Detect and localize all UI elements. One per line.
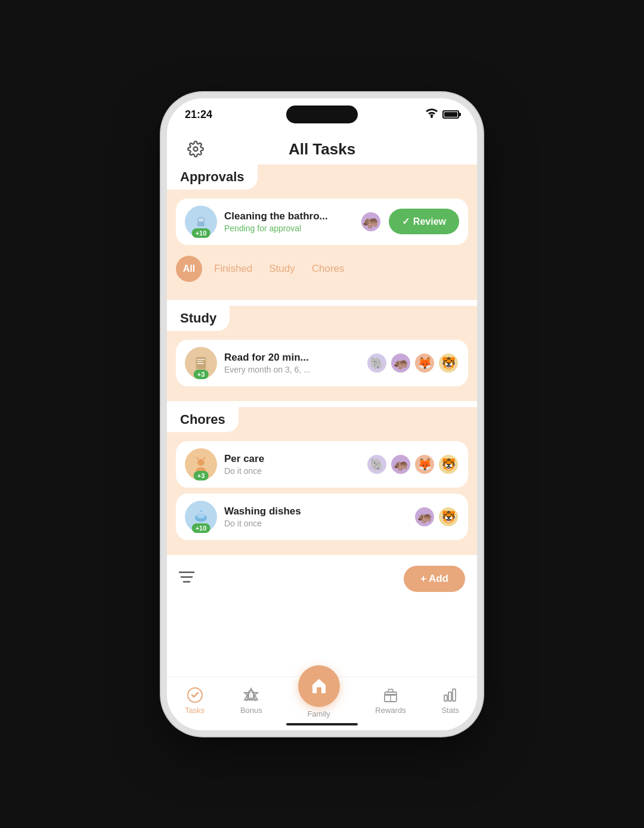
percare-badge: +3	[194, 471, 209, 480]
chores-header: Chores	[167, 407, 239, 432]
svg-rect-2	[197, 222, 205, 227]
page-title: All Tasks	[289, 140, 355, 159]
review-button[interactable]: ✓ Review	[389, 209, 459, 234]
nav-rewards[interactable]: Rewards	[375, 687, 405, 715]
svg-rect-6	[197, 361, 203, 362]
settings-button[interactable]	[185, 138, 206, 160]
svg-rect-24	[448, 692, 451, 701]
add-button[interactable]: + Add	[404, 566, 465, 592]
avatar-tiger3: 🐯	[438, 506, 459, 528]
percare-task-avatars: 🐘 🦛 🦊 🐯	[366, 454, 459, 475]
battery-icon	[442, 110, 459, 119]
chores-section: Chores +	[167, 407, 477, 555]
avatar-fox: 🦊	[414, 352, 435, 374]
dynamic-island	[286, 106, 358, 123]
wifi-icon	[426, 108, 438, 120]
svg-rect-20	[317, 687, 321, 693]
avatar-tiger2: 🐯	[438, 454, 459, 475]
svg-marker-10	[196, 456, 199, 459]
avatar-elephant: 🐘	[366, 352, 388, 374]
filter-all-button[interactable]: All	[176, 256, 202, 282]
study-task-name: Read for 20 min...	[224, 352, 359, 364]
chores-task-card-percare[interactable]: +3 Per care Do it once 🐘 🦛 🦊 🐯	[176, 441, 468, 488]
approvals-header: Approvals	[167, 165, 258, 190]
approval-task-info: Cleaning the bathro... Pending for appro…	[224, 210, 353, 233]
nav-stats[interactable]: Stats	[441, 687, 459, 715]
nav-rewards-label: Rewards	[375, 706, 405, 715]
sort-filter-icon[interactable]	[179, 570, 194, 587]
avatar-hippo3: 🦛	[414, 506, 435, 528]
svg-point-8	[197, 458, 205, 466]
approvals-title: Approvals	[180, 169, 244, 184]
svg-rect-5	[197, 359, 205, 360]
percare-task-info: Per care Do it once	[224, 453, 359, 476]
phone-frame: 21:24 All Tasks	[161, 92, 483, 736]
svg-rect-23	[444, 695, 447, 701]
approvals-section: Approvals +10	[167, 165, 477, 300]
study-task-info: Read for 20 min... Every month on 3, 6, …	[224, 352, 359, 374]
approval-task-card[interactable]: +10 Cleaning the bathro... Pending for a…	[176, 199, 468, 245]
action-bar: + Add	[167, 561, 477, 599]
task-avatar-hippo: 🦛	[360, 211, 382, 232]
filter-tab-study[interactable]: Study	[264, 261, 299, 277]
avatar-elephant2: 🐘	[366, 454, 388, 475]
screen-content: All Tasks Approvals	[167, 131, 477, 730]
study-title: Study	[180, 311, 216, 325]
nav-tasks[interactable]: Tasks	[185, 687, 205, 715]
svg-rect-7	[197, 363, 204, 364]
study-task-icon-wrap: +3	[185, 347, 217, 379]
nav-stats-label: Stats	[441, 706, 459, 715]
dishes-icon-wrap: +10	[185, 501, 217, 533]
scroll-area[interactable]: Approvals +10	[167, 165, 477, 677]
chores-task-card-dishes[interactable]: +10 Washing dishes Do it once 🦛 🐯	[176, 494, 468, 540]
percare-task-name: Per care	[224, 453, 359, 465]
filter-tab-finished[interactable]: Finished	[209, 261, 257, 277]
nav-bonus[interactable]: Bonus	[240, 687, 262, 715]
svg-point-3	[198, 218, 203, 221]
avatar-tiger: 🐯	[438, 352, 459, 374]
study-header: Study	[167, 306, 230, 331]
study-task-avatars: 🐘 🦛 🦊 🐯	[366, 352, 459, 374]
study-section: Study +3	[167, 306, 477, 401]
study-badge: +3	[194, 370, 209, 379]
svg-rect-25	[453, 689, 456, 701]
study-task-sub: Every month on 3, 6, ...	[224, 365, 359, 374]
avatar-fox2: 🦊	[414, 454, 435, 475]
filter-row: All Finished Study Chores	[167, 251, 477, 291]
approval-task-sub: Pending for approval	[224, 224, 353, 233]
dishes-task-info: Washing dishes Do it once	[224, 506, 407, 528]
nav-family[interactable]: Family	[298, 683, 340, 718]
bottom-nav: Tasks Bonus Family	[167, 677, 477, 730]
percare-task-sub: Do it once	[224, 466, 359, 476]
header: All Tasks	[167, 131, 477, 165]
check-icon: ✓	[402, 216, 410, 227]
nav-bonus-label: Bonus	[240, 706, 262, 715]
dishes-task-sub: Do it once	[224, 519, 407, 528]
svg-point-0	[194, 147, 198, 151]
filter-tab-chores[interactable]: Chores	[307, 261, 349, 277]
nav-home-button[interactable]	[298, 665, 340, 707]
nav-family-label: Family	[307, 709, 330, 718]
svg-point-13	[197, 513, 205, 518]
study-task-card[interactable]: +3 Read for 20 min... Every month on 3, …	[176, 340, 468, 386]
avatar-hippo2: 🦛	[390, 454, 411, 475]
nav-tasks-label: Tasks	[185, 706, 205, 715]
approval-task-icon-wrap: +10	[185, 206, 217, 238]
avatar-hippo: 🦛	[390, 352, 411, 374]
home-indicator	[286, 723, 358, 725]
approval-badge: +10	[192, 228, 210, 238]
percare-icon-wrap: +3	[185, 448, 217, 480]
approval-task-name: Cleaning the bathro...	[224, 210, 353, 222]
chores-title: Chores	[180, 412, 225, 427]
dishes-task-name: Washing dishes	[224, 506, 407, 517]
dishes-badge: +10	[192, 523, 210, 533]
dishes-task-avatars: 🦛 🐯	[414, 506, 459, 528]
status-icons	[426, 108, 459, 120]
status-time: 21:24	[185, 108, 212, 121]
svg-marker-11	[203, 456, 206, 459]
